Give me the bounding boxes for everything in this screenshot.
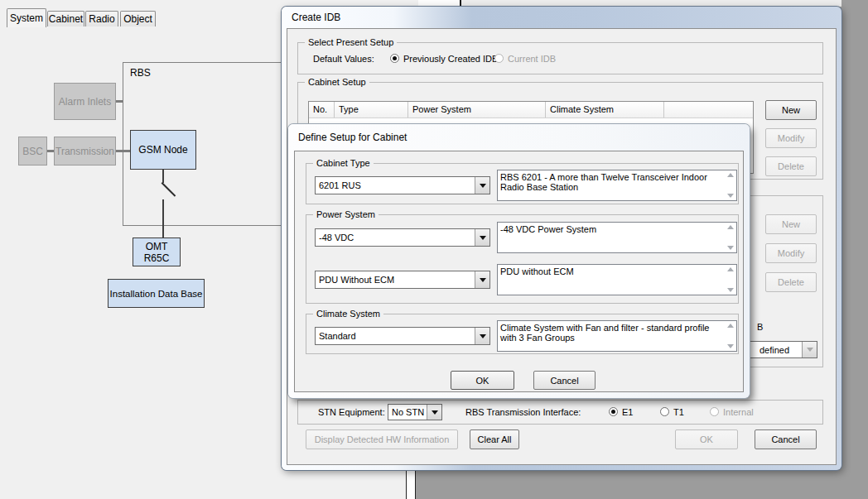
define-cancel-button[interactable]: Cancel <box>533 371 596 390</box>
cabinet-setup-legend: Cabinet Setup <box>305 77 369 87</box>
radio-current-idb <box>494 54 504 63</box>
main-window-bottom <box>0 470 406 499</box>
column-empty[interactable] <box>664 102 753 118</box>
node-bsc[interactable]: BSC <box>18 137 47 166</box>
node-alarm-inlets[interactable]: Alarm Inlets <box>54 83 116 120</box>
node-alarm-inlets-label: Alarm Inlets <box>59 96 111 108</box>
tab-radio[interactable]: Radio <box>85 11 118 26</box>
secondary-modify-label: Modify <box>778 248 804 258</box>
clear-all-label: Clear All <box>478 434 512 444</box>
tab-cabinet[interactable]: Cabinet <box>47 11 84 26</box>
description-scrollbar[interactable] <box>724 170 736 200</box>
radio-t1[interactable] <box>660 407 669 416</box>
cabinet-delete-label: Delete <box>778 161 804 171</box>
node-gsm-node[interactable]: GSM Node <box>130 130 196 170</box>
climate-system-value: Standard <box>316 328 475 344</box>
idb-ok-label: OK <box>700 434 713 444</box>
secondary-delete-button: Delete <box>765 272 817 292</box>
radio-t1-label: T1 <box>673 407 684 417</box>
idb-cancel-label: Cancel <box>771 434 799 444</box>
column-power-system[interactable]: Power System <box>408 102 546 118</box>
radio-e1[interactable] <box>609 407 618 416</box>
stn-equipment-label: STN Equipment: <box>318 407 385 417</box>
screen: System Cabinet Radio Object RBS Alarm In… <box>0 0 868 499</box>
description-scrollbar[interactable] <box>724 321 736 351</box>
power-system-legend: Power System <box>313 209 379 219</box>
stn-equipment-select[interactable]: No STN <box>388 404 442 420</box>
scroll-down-icon[interactable] <box>727 344 734 348</box>
default-values-label: Default Values: <box>313 54 374 64</box>
node-bsc-label: BSC <box>22 146 43 157</box>
pdu-select[interactable]: PDU Without ECM <box>315 271 490 289</box>
tab-system[interactable]: System <box>7 8 46 27</box>
cabinet-new-button[interactable]: New <box>765 100 817 120</box>
dropdown-arrow-icon[interactable] <box>475 328 489 344</box>
secondary-new-button: New <box>765 214 817 234</box>
node-installation-data-base[interactable]: Installation Data Base <box>108 279 205 308</box>
radio-internal <box>710 407 719 416</box>
clear-all-button[interactable]: Clear All <box>470 429 519 449</box>
radio-previously-created-idb-label: Previously Created IDB <box>403 54 498 64</box>
scroll-up-icon[interactable] <box>727 225 734 229</box>
pdu-value: PDU Without ECM <box>316 271 475 288</box>
climate-system-select[interactable]: Standard <box>315 327 490 345</box>
display-detected-hw-label: Display Detected HW Information <box>315 434 450 444</box>
stn-equipment-value: No STN <box>388 405 427 420</box>
cabinet-modify-button: Modify <box>765 128 817 148</box>
node-transmission[interactable]: Transmission <box>54 137 116 166</box>
tab-object-label: Object <box>123 13 152 25</box>
node-omt-line1: OMT <box>146 241 168 252</box>
scroll-up-icon[interactable] <box>727 267 734 271</box>
power-voltage-description-text: -48 VDC Power System <box>498 223 724 252</box>
node-omt-line2: R65C <box>144 252 170 264</box>
cabinet-type-select[interactable]: 6201 RUS <box>315 176 490 194</box>
scroll-down-icon[interactable] <box>727 194 734 198</box>
climate-system-legend: Climate System <box>313 309 383 319</box>
display-detected-hw-button: Display Detected HW Information <box>306 429 458 449</box>
climate-system-description: Climate System with Fan and filter - sta… <box>497 320 737 352</box>
column-no[interactable]: No. <box>309 102 335 118</box>
cabinet-setup-table-header: No. Type Power System Climate System <box>309 102 753 118</box>
define-ok-button[interactable]: OK <box>451 371 514 390</box>
dropdown-arrow-icon[interactable] <box>475 229 489 246</box>
scroll-down-icon[interactable] <box>727 288 734 292</box>
dropdown-arrow-icon <box>802 342 817 357</box>
secondary-modify-button: Modify <box>765 243 817 263</box>
cabinet-type-description: RBS 6201 - A more than Twelve Transceive… <box>497 170 737 201</box>
define-cancel-label: Cancel <box>550 376 578 386</box>
secondary-delete-label: Delete <box>778 277 804 287</box>
node-omt[interactable]: OMT R65C <box>133 238 181 266</box>
description-scrollbar[interactable] <box>724 265 736 295</box>
select-present-setup-legend: Select Present Setup <box>305 37 397 47</box>
radio-internal-label: Internal <box>723 407 754 417</box>
tab-radio-label: Radio <box>89 13 114 25</box>
create-idb-title[interactable]: Create IDB <box>292 12 340 23</box>
connector-down-omt <box>162 199 164 238</box>
column-climate-system[interactable]: Climate System <box>546 102 664 118</box>
column-type[interactable]: Type <box>335 102 408 118</box>
cabinet-type-legend: Cabinet Type <box>313 158 374 168</box>
pdu-description-text: PDU without ECM <box>498 265 724 295</box>
climate-system-description-text: Climate System with Fan and filter - sta… <box>498 321 724 351</box>
scroll-up-icon[interactable] <box>727 324 734 328</box>
cabinet-type-description-text: RBS 6201 - A more than Twelve Transceive… <box>498 170 724 200</box>
scroll-down-icon[interactable] <box>727 246 734 250</box>
idb-cancel-button[interactable]: Cancel <box>755 429 817 449</box>
define-setup-title[interactable]: Define Setup for Cabinet <box>298 132 407 143</box>
description-scrollbar[interactable] <box>724 223 736 252</box>
power-voltage-select[interactable]: -48 VDC <box>315 228 490 247</box>
background-strip <box>461 0 841 7</box>
dropdown-arrow-icon[interactable] <box>475 177 489 194</box>
radio-previously-created-idb[interactable] <box>390 54 399 63</box>
node-installation-data-base-label: Installation Data Base <box>110 289 203 299</box>
radio-current-idb-label: Current IDB <box>508 54 556 64</box>
define-setup-window: Define Setup for Cabinet Cabinet Type 62… <box>288 124 750 398</box>
scroll-up-icon[interactable] <box>727 173 734 177</box>
dropdown-arrow-icon[interactable] <box>427 405 441 420</box>
dropdown-arrow-icon[interactable] <box>475 271 489 288</box>
connector-bsc-transmission <box>47 150 54 152</box>
connector-gsm-down <box>162 170 164 183</box>
tab-object[interactable]: Object <box>120 11 156 26</box>
tab-system-label: System <box>10 12 43 24</box>
power-voltage-description: -48 VDC Power System <box>497 222 737 253</box>
